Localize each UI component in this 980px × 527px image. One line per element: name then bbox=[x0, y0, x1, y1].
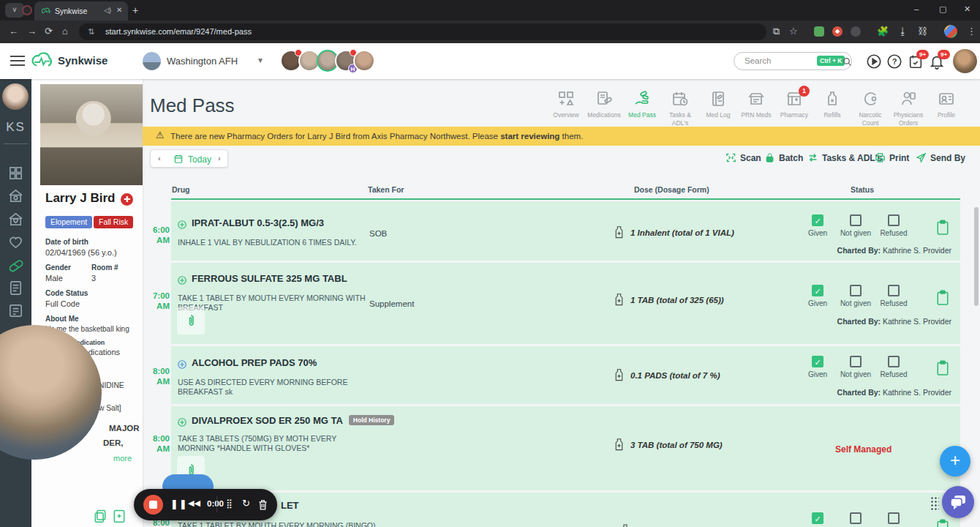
sidebar-item-medications-icon[interactable] bbox=[7, 257, 24, 274]
tools-grid-icon[interactable]: ⣿ bbox=[226, 498, 233, 509]
status-not-given[interactable] bbox=[837, 512, 875, 524]
address-bar[interactable]: ⇅ start.synkwise.com/emar/9247/med-pass bbox=[79, 23, 766, 40]
sidebar-item-dashboard-icon[interactable] bbox=[7, 165, 24, 182]
med-row[interactable]: DIVALPROEX SOD ER 250 MG TAHold History … bbox=[171, 406, 960, 490]
scan-button[interactable]: Scan bbox=[725, 152, 761, 163]
tab-med-pass[interactable]: Med Pass bbox=[623, 90, 661, 119]
tab-refills[interactable]: Refills bbox=[813, 90, 851, 119]
chart-clipboard-icon[interactable] bbox=[936, 519, 949, 527]
user-avatar[interactable] bbox=[953, 49, 977, 73]
forward-button[interactable]: → bbox=[27, 26, 37, 37]
window-maximize-button[interactable]: ▢ bbox=[939, 4, 946, 14]
restart-recording-icon[interactable]: ↻ bbox=[242, 498, 250, 509]
sidebar-item-facility-icon[interactable] bbox=[7, 187, 24, 204]
tab-close-icon[interactable]: ✕ bbox=[116, 6, 122, 14]
chart-clipboard-icon[interactable] bbox=[936, 360, 949, 376]
extension-icon-dark[interactable] bbox=[851, 26, 861, 37]
add-fab-button[interactable]: + bbox=[940, 446, 970, 476]
brand-name[interactable]: Synkwise bbox=[58, 54, 108, 67]
extensions-puzzle-icon[interactable]: 🧩 bbox=[877, 26, 889, 37]
tab-audio-icon[interactable]: ◁) bbox=[104, 7, 111, 14]
sidebar-item-documents-icon[interactable] bbox=[7, 280, 24, 296]
extension-icon-green[interactable] bbox=[814, 26, 824, 37]
tab-medications[interactable]: Medications bbox=[585, 90, 623, 119]
med-row[interactable]: FERROUS SULFATE 325 MG TABL TAKE 1 TABLE… bbox=[171, 263, 960, 344]
medical-file-icon[interactable] bbox=[112, 509, 127, 523]
hamburger-menu-icon[interactable] bbox=[10, 56, 25, 66]
browser-tab[interactable]: Synkwise ◁) ✕ bbox=[34, 1, 128, 20]
search-icon[interactable] bbox=[843, 57, 852, 67]
extension-icon-red[interactable] bbox=[832, 26, 843, 37]
drug-name[interactable]: LET bbox=[281, 500, 299, 511]
drug-name[interactable]: ALCOHOL PREP PADS 70% bbox=[192, 357, 317, 368]
facility-caret-icon[interactable]: ▼ bbox=[257, 56, 264, 64]
today-button[interactable]: Today bbox=[188, 154, 211, 165]
tab-narcotic-count[interactable]: Narcotic Count bbox=[851, 90, 889, 127]
stop-recording-button[interactable] bbox=[143, 495, 163, 515]
link-icon[interactable]: ⛓ bbox=[918, 26, 927, 37]
delete-recording-icon[interactable] bbox=[257, 498, 268, 511]
new-tab-button[interactable]: + bbox=[132, 4, 138, 16]
prev-day-button[interactable]: ‹ bbox=[158, 154, 161, 162]
status-given[interactable]: ✓Given bbox=[799, 285, 837, 307]
chart-clipboard-icon[interactable] bbox=[936, 290, 949, 306]
banner-start-reviewing-link[interactable]: start reviewing bbox=[500, 132, 559, 141]
status-refused[interactable]: Refused bbox=[875, 356, 913, 378]
downloads-icon[interactable]: ⭳ bbox=[898, 26, 908, 37]
flag-elopement[interactable]: Elopement bbox=[45, 216, 92, 228]
med-row[interactable]: LET TAKE 1 TABLET BY MOUTH EVERY MORNING… bbox=[171, 493, 960, 527]
drug-name[interactable]: IPRAT-ALBUT 0.5-3(2.5) MG/3 bbox=[192, 217, 324, 228]
home-button[interactable]: ⌂ bbox=[62, 26, 68, 37]
sidebar-item-care-home-icon[interactable] bbox=[7, 211, 24, 228]
bookmark-star-icon[interactable]: ☆ bbox=[789, 26, 798, 37]
reading-mode-icon[interactable]: ⧉ bbox=[773, 26, 780, 37]
status-given[interactable]: ✓Given bbox=[799, 356, 837, 378]
tasks-adls-button[interactable]: Tasks & ADL's bbox=[807, 152, 882, 163]
print-button[interactable]: Print bbox=[875, 152, 909, 163]
chart-clipboard-icon[interactable] bbox=[936, 220, 949, 236]
global-search-input[interactable]: Search Ctrl + K bbox=[734, 52, 852, 70]
rewind-icon[interactable]: ◀◀ bbox=[188, 498, 200, 508]
site-settings-icon[interactable]: ⇅ bbox=[88, 27, 94, 37]
caregiver-avatar[interactable] bbox=[2, 83, 29, 110]
browser-profile-avatar[interactable] bbox=[944, 25, 957, 38]
attachment-chip[interactable] bbox=[177, 307, 205, 334]
status-given[interactable]: ✓ bbox=[799, 512, 837, 524]
sidebar-item-reports-icon[interactable] bbox=[7, 302, 24, 319]
pause-recording-icon[interactable]: ❚❚ bbox=[170, 498, 188, 509]
status-not-given[interactable]: Not given bbox=[837, 214, 875, 237]
resident-avatar[interactable] bbox=[353, 50, 375, 72]
facility-selector[interactable]: Washington AFH bbox=[167, 56, 238, 67]
hold-history-badge[interactable]: Hold History bbox=[349, 415, 395, 425]
status-refused[interactable] bbox=[875, 512, 913, 524]
reload-button[interactable]: ⟳ bbox=[45, 26, 53, 37]
medical-alert-icon[interactable]: ✚ bbox=[121, 193, 133, 206]
tour-play-icon[interactable] bbox=[866, 53, 882, 70]
med-row[interactable]: IPRAT-ALBUT 0.5-3(2.5) MG/3 INHALE 1 VIA… bbox=[171, 201, 960, 261]
chat-widget-button[interactable] bbox=[942, 486, 974, 518]
tab-overview[interactable]: Overview bbox=[547, 90, 585, 119]
window-minimize-button[interactable]: – bbox=[914, 4, 919, 13]
scrollbar-thumb[interactable] bbox=[974, 207, 979, 306]
drug-name[interactable]: FERROUS SULFATE 325 MG TABL bbox=[192, 273, 347, 284]
status-not-given[interactable]: Not given bbox=[837, 285, 875, 307]
tab-tasks-adl-s[interactable]: Tasks & ADL's bbox=[661, 90, 699, 127]
widget-drag-handle[interactable] bbox=[930, 496, 939, 512]
diagnoses-more-link[interactable]: more bbox=[113, 454, 132, 463]
facility-photo[interactable] bbox=[143, 52, 161, 70]
tab-prn-meds[interactable]: PRN Meds bbox=[737, 90, 775, 119]
status-refused[interactable]: Refused bbox=[875, 214, 913, 237]
status-refused[interactable]: Refused bbox=[875, 285, 913, 307]
back-button[interactable]: ← bbox=[9, 26, 18, 37]
drug-name[interactable]: DIVALPROEX SOD ER 250 MG TAHold History bbox=[192, 415, 394, 427]
flag-fall-risk[interactable]: Fall Risk bbox=[94, 216, 133, 228]
help-icon[interactable]: ? bbox=[886, 53, 902, 70]
browser-menu-icon[interactable]: ⋮ bbox=[967, 26, 976, 37]
tab-profile[interactable]: Profile bbox=[927, 90, 965, 119]
tab-physicians-orders[interactable]: Physicians Orders bbox=[889, 90, 927, 127]
send-by-button[interactable]: Send By bbox=[916, 152, 965, 163]
status-given[interactable]: ✓Given bbox=[799, 214, 837, 237]
sidebar-item-health-icon[interactable] bbox=[7, 233, 24, 250]
tab-pharmacy[interactable]: Pharmacy1 bbox=[775, 90, 813, 119]
window-close-button[interactable]: ✕ bbox=[964, 4, 970, 14]
